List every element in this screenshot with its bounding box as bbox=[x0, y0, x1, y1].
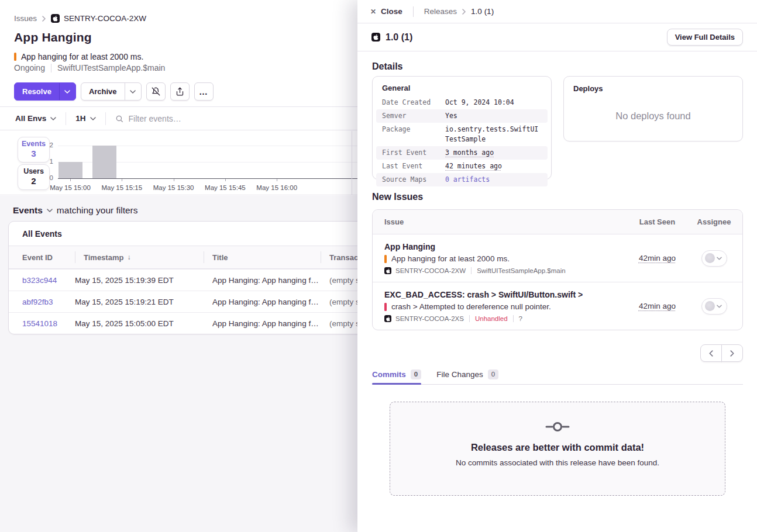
apple-platform-icon bbox=[51, 14, 60, 23]
issue-toolbar: Resolve Archive … bbox=[14, 82, 214, 101]
event-id-link[interactable]: abf92fb3 bbox=[22, 298, 75, 306]
level-indicator-orange bbox=[14, 53, 16, 61]
event-id-link[interactable]: b323c944 bbox=[22, 276, 75, 285]
screen: Issues SENTRY-COCOA-2XW App Hanging App … bbox=[0, 0, 757, 532]
divider bbox=[105, 112, 106, 125]
next-page-button[interactable] bbox=[721, 344, 743, 362]
x-axis-label: May 15 15:15 bbox=[101, 184, 142, 191]
general-value: Oct 9, 2024 10:04 bbox=[445, 98, 514, 108]
divider bbox=[513, 315, 514, 322]
y-axis-label: 0 bbox=[44, 174, 53, 181]
more-actions-button[interactable]: … bbox=[194, 82, 214, 101]
timeframe-selector-label: 1H bbox=[75, 114, 85, 123]
help-icon[interactable]: ? bbox=[519, 315, 522, 322]
page-title: App Hanging bbox=[14, 30, 92, 44]
assignee-selector[interactable] bbox=[701, 298, 727, 315]
new-issues-heading: New Issues bbox=[372, 192, 423, 202]
sort-descending-icon: ↓ bbox=[127, 253, 130, 261]
event-timestamp: May 15, 2025 15:19:39 EDT bbox=[75, 276, 204, 285]
chevron-down-icon bbox=[717, 257, 722, 260]
event-timestamp: May 15, 2025 15:05:00 EDT bbox=[75, 319, 204, 328]
apple-platform-icon bbox=[384, 315, 391, 322]
filter-events-input[interactable] bbox=[129, 114, 293, 123]
mute-button[interactable] bbox=[146, 82, 166, 101]
column-header-event-id: Event ID bbox=[22, 246, 75, 268]
avatar bbox=[705, 253, 715, 263]
events-heading-note: matching your filters bbox=[57, 205, 138, 216]
general-label: Source Maps bbox=[382, 175, 445, 185]
details-heading: Details bbox=[372, 61, 402, 72]
events-stat-value: 3 bbox=[18, 148, 49, 158]
issue-meta: SENTRY-COCOA-2XW SwiftUITestSampleApp.$m… bbox=[384, 267, 629, 274]
breadcrumb: Issues SENTRY-COCOA-2XW bbox=[14, 14, 146, 23]
unhandled-badge: Unhandled bbox=[475, 315, 508, 322]
archive-button-label[interactable]: Archive bbox=[81, 83, 125, 100]
chevron-down-icon bbox=[90, 117, 96, 120]
event-title: App Hanging: App hanging for at least 20… bbox=[204, 319, 321, 328]
x-axis-label: May 15 16:00 bbox=[256, 184, 297, 191]
issue-title-link[interactable]: EXC_BAD_ACCESS: crash > SwiftUI/Button.s… bbox=[384, 290, 629, 299]
resolve-button-label[interactable]: Resolve bbox=[15, 83, 59, 100]
column-header-title: Title bbox=[204, 246, 321, 268]
events-chart-plot: 012May 15 15:00May 15 15:15May 15 15:30M… bbox=[58, 141, 386, 179]
ellipsis-icon: … bbox=[199, 87, 208, 96]
level-indicator-red bbox=[384, 303, 387, 311]
view-full-details-button[interactable]: View Full Details bbox=[667, 29, 743, 46]
chart-bar bbox=[92, 146, 116, 178]
breadcrumb-project-label: SENTRY-COCOA-2XW bbox=[64, 14, 146, 23]
release-title-row: 1.0 (1) View Full Details bbox=[357, 23, 757, 51]
issue-culprit: App hanging for at least 2000 ms. bbox=[14, 52, 143, 61]
general-row: Last Event 42 minutes ago bbox=[376, 160, 548, 173]
x-axis-label: May 15 15:45 bbox=[205, 184, 246, 191]
column-header-issue: Issue bbox=[373, 217, 629, 226]
event-id-link[interactable]: 15541018 bbox=[22, 319, 75, 328]
issue-assignee-cell bbox=[686, 250, 742, 267]
general-row: Package io.sentry.tests.SwiftUITestSampl… bbox=[376, 123, 548, 146]
divider bbox=[51, 64, 51, 72]
share-button[interactable] bbox=[170, 82, 190, 101]
new-issues-table: Issue Last Seen Assignee App Hanging App… bbox=[372, 209, 743, 330]
general-label: Semver bbox=[382, 111, 445, 121]
events-dropdown-label[interactable]: Events bbox=[13, 205, 43, 216]
issue-meta: SENTRY-COCOA-2XS Unhandled ? bbox=[384, 315, 629, 322]
first-event-value: 3 months ago bbox=[445, 148, 494, 158]
issue-context: SwiftUITestSampleApp.$main bbox=[57, 63, 165, 72]
general-value: io.sentry.tests.SwiftUITestSample bbox=[445, 125, 542, 144]
archive-dropdown-caret[interactable] bbox=[125, 83, 141, 100]
column-header-assignee: Assignee bbox=[686, 217, 742, 226]
x-axis-label: May 15 15:00 bbox=[50, 184, 91, 191]
previous-page-button[interactable] bbox=[700, 344, 722, 362]
issue-title-link[interactable]: App Hanging bbox=[384, 242, 629, 251]
archive-button[interactable]: Archive bbox=[81, 82, 142, 101]
resolve-button[interactable]: Resolve bbox=[14, 82, 76, 101]
assignee-selector[interactable] bbox=[701, 250, 727, 267]
source-maps-link[interactable]: 0 artifacts bbox=[445, 175, 490, 185]
column-header-last-seen: Last Seen bbox=[629, 217, 686, 226]
general-label: Last Event bbox=[382, 161, 445, 171]
tab-commits[interactable]: Commits 0 bbox=[372, 365, 421, 384]
panel-breadcrumb: Releases 1.0 (1) bbox=[424, 7, 494, 16]
issue-project-slug: SENTRY-COCOA-2XS bbox=[395, 315, 464, 322]
issue-last-seen: 42min ago bbox=[629, 254, 686, 262]
resolve-dropdown-caret[interactable] bbox=[59, 83, 75, 100]
tab-file-changes[interactable]: File Changes 0 bbox=[436, 365, 498, 384]
commits-empty-subtitle: No commits associated with this release … bbox=[390, 458, 725, 467]
commits-empty-title: Releases are better with commit data! bbox=[390, 442, 725, 453]
breadcrumb-issues-link[interactable]: Issues bbox=[14, 14, 37, 23]
apple-platform-icon bbox=[384, 267, 391, 274]
issue-summary: App Hanging App hanging for at least 200… bbox=[373, 242, 629, 274]
x-axis-tick bbox=[225, 179, 226, 181]
issue-status: Ongoing bbox=[14, 63, 45, 72]
chevron-right-icon bbox=[730, 350, 734, 357]
breadcrumb-current-release: 1.0 (1) bbox=[471, 7, 494, 16]
column-header-timestamp[interactable]: Timestamp ↓ bbox=[75, 246, 204, 268]
chevron-down-icon bbox=[50, 117, 56, 120]
list-item: App Hanging App hanging for at least 200… bbox=[373, 234, 742, 282]
x-axis-label: May 15 15:30 bbox=[153, 184, 194, 191]
divider bbox=[413, 6, 414, 17]
timeframe-selector[interactable]: 1H bbox=[75, 114, 95, 123]
environment-selector[interactable]: All Envs bbox=[15, 114, 56, 123]
general-row: Source Maps 0 artifacts bbox=[376, 173, 548, 186]
breadcrumb-releases-link[interactable]: Releases bbox=[424, 7, 457, 16]
close-panel-button[interactable]: ✕ Close bbox=[370, 7, 402, 16]
